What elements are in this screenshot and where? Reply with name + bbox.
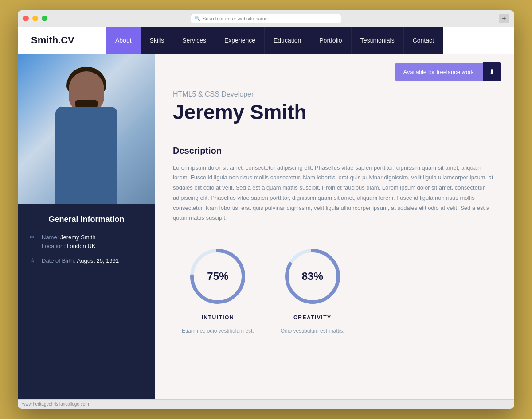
mac-window-buttons xyxy=(23,16,47,21)
address-bar-text: Search or enter website name xyxy=(203,16,268,21)
close-window-button[interactable] xyxy=(23,16,29,21)
person-body xyxy=(55,107,117,204)
nav-item-about[interactable]: About xyxy=(106,27,141,54)
location-value: London UK xyxy=(66,243,95,249)
dob-value: August 25, 1991 xyxy=(77,257,119,264)
website-content: Smith.CV About Skills Services Experienc… xyxy=(18,27,514,409)
hero-name: Jeremy Smith xyxy=(173,101,497,124)
content-area: Available for freelance work ⬇ HTML5 & C… xyxy=(155,54,514,399)
intuition-label: INTUITION xyxy=(202,314,235,321)
name-value: Jeremy Smith xyxy=(60,234,95,241)
person-figure xyxy=(42,62,131,204)
creativity-percent: 83% xyxy=(302,270,323,283)
search-icon: 🔍 xyxy=(195,16,200,21)
name-info: Name: Jeremy Smith xyxy=(42,233,95,242)
profile-photo xyxy=(18,54,155,204)
nav-item-experience[interactable]: Experience xyxy=(215,27,265,54)
creativity-desc: Odio vestibulum est mattis. xyxy=(281,328,344,334)
location-label: Location: xyxy=(42,243,65,249)
mac-titlebar: 🔍 Search or enter website name + xyxy=(18,10,514,27)
intuition-percent: 75% xyxy=(207,270,228,283)
dob-info: Date of Birth: August 25, 1991 xyxy=(42,256,119,265)
mac-window: 🔍 Search or enter website name + Smith.C… xyxy=(18,10,514,409)
info-divider xyxy=(42,272,55,272)
general-info-panel: General Information ✏ Name: Jeremy Smith… xyxy=(18,204,155,399)
nav-item-services[interactable]: Services xyxy=(173,27,215,54)
address-bar[interactable]: 🔍 Search or enter website name xyxy=(191,14,341,23)
nav-item-testimonials[interactable]: Testimonials xyxy=(352,27,404,54)
site-logo: Smith.CV xyxy=(18,27,106,54)
location-info: Location: London UK xyxy=(42,242,95,251)
description-text: Lorem ipsum dolor sit amet, consectetur … xyxy=(173,163,497,224)
intuition-desc: Etiam nec odio vestibulum est. xyxy=(182,328,254,334)
dob-label: Date of Birth: xyxy=(42,257,75,264)
sidebar: General Information ✏ Name: Jeremy Smith… xyxy=(18,54,155,399)
freelance-label: Available for freelance work xyxy=(395,63,483,81)
url-text: www.heritagechristiancollege.com xyxy=(22,402,89,407)
creativity-circle: 83% xyxy=(282,245,344,307)
nav-item-education[interactable]: Education xyxy=(265,27,310,54)
name-label: Name: xyxy=(42,234,59,241)
nav-item-portfolio[interactable]: Portfolio xyxy=(310,27,351,54)
info-row-name: ✏ Name: Jeremy Smith Location: London UK xyxy=(28,233,145,250)
url-bar: www.heritagechristiancollege.com xyxy=(18,399,514,409)
nav-item-skills[interactable]: Skills xyxy=(141,27,174,54)
site-nav: About Skills Services Experience Educati… xyxy=(106,27,514,54)
intuition-circle: 75% xyxy=(187,245,249,307)
general-info-title: General Information xyxy=(28,215,145,224)
star-icon: ☆ xyxy=(28,257,36,264)
stat-creativity: 83% CREATIVITY Odio vestibulum est matti… xyxy=(281,245,344,334)
new-tab-button[interactable]: + xyxy=(499,14,509,23)
maximize-window-button[interactable] xyxy=(42,16,47,21)
stats-section: 75% INTUITION Etiam nec odio vestibulum … xyxy=(155,232,514,347)
edit-icon: ✏ xyxy=(28,233,36,241)
description-title: Description xyxy=(173,146,497,156)
hero-subtitle: HTML5 & CSS Developer xyxy=(173,90,497,98)
hero-section: HTML5 & CSS Developer Jeremy Smith xyxy=(155,81,514,146)
nav-item-contact[interactable]: Contact xyxy=(404,27,443,54)
freelance-button[interactable]: Available for freelance work ⬇ xyxy=(395,62,501,81)
site-header: Smith.CV About Skills Services Experienc… xyxy=(18,27,514,54)
freelance-bar: Available for freelance work ⬇ xyxy=(155,54,514,81)
download-icon: ⬇ xyxy=(483,62,501,81)
creativity-label: CREATIVITY xyxy=(293,314,331,321)
stat-intuition: 75% INTUITION Etiam nec odio vestibulum … xyxy=(182,245,254,334)
description-section: Description Lorem ipsum dolor sit amet, … xyxy=(155,146,514,233)
info-row-dob: ☆ Date of Birth: August 25, 1991 xyxy=(28,256,145,265)
minimize-window-button[interactable] xyxy=(32,16,38,21)
main-content: General Information ✏ Name: Jeremy Smith… xyxy=(18,54,514,399)
